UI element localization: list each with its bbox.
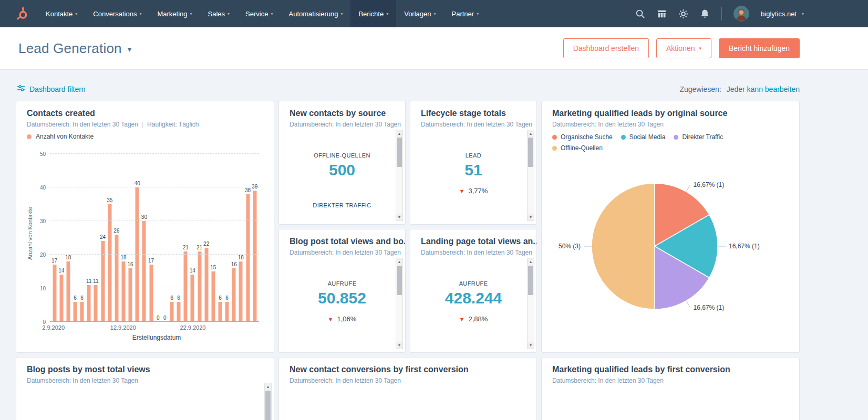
- bar-rect: [177, 302, 181, 322]
- add-report-button[interactable]: Bericht hinzufügen: [719, 38, 800, 58]
- bar-rect: [225, 302, 229, 322]
- bar[interactable]: 18: [65, 154, 71, 322]
- bar[interactable]: 14: [189, 154, 196, 322]
- scrollbar-track[interactable]: [528, 265, 534, 342]
- scrollbar-thumb[interactable]: [397, 266, 402, 295]
- bar[interactable]: 6: [175, 154, 182, 322]
- bar[interactable]: 6: [79, 154, 86, 322]
- bar[interactable]: 16: [127, 154, 134, 322]
- nav-item-conversations[interactable]: Conversations▾: [85, 0, 149, 27]
- scroll-up-button[interactable]: ▲: [528, 258, 534, 265]
- scroll-up-button[interactable]: ▲: [265, 383, 271, 390]
- bar[interactable]: 6: [224, 154, 231, 322]
- bar[interactable]: 21: [196, 154, 203, 322]
- bar-value-label: 16: [128, 261, 133, 267]
- assigned-permission-link[interactable]: Jeder kann bearbeiten: [727, 85, 800, 93]
- nav-item-vorlagen[interactable]: Vorlagen▾: [396, 0, 443, 27]
- nav-item-marketing[interactable]: Marketing▾: [149, 0, 200, 27]
- settings-icon[interactable]: [678, 9, 688, 19]
- nav-items: Kontakte▾Conversations▾Marketing▾Sales▾S…: [38, 0, 487, 27]
- bar-value-label: 21: [197, 245, 202, 250]
- notifications-icon[interactable]: [700, 9, 710, 19]
- dashboard-title-menu[interactable]: Lead Generation ▾: [18, 40, 131, 57]
- create-dashboard-button[interactable]: Dashboard erstellen: [563, 38, 649, 58]
- scrollbar-track[interactable]: [265, 390, 271, 420]
- bar[interactable]: 11: [86, 154, 92, 322]
- nav-item-label: Conversations: [93, 10, 137, 18]
- change-value: 3,77%: [469, 187, 488, 195]
- scroll-down-button[interactable]: ▼: [528, 342, 534, 349]
- bar[interactable]: 16: [231, 154, 237, 322]
- bar-value-label: 6: [74, 295, 77, 301]
- scrollbar[interactable]: ▲ ▼: [264, 383, 272, 420]
- nav-item-berichte[interactable]: Berichte▾: [350, 0, 396, 27]
- bar[interactable]: 15: [210, 154, 216, 322]
- bar-value-label: 30: [141, 214, 147, 220]
- scrollbar-thumb[interactable]: [528, 266, 533, 295]
- marketplace-icon[interactable]: [657, 9, 667, 19]
- scroll-down-button[interactable]: ▼: [396, 214, 402, 220]
- scroll-down-button[interactable]: ▼: [396, 342, 402, 349]
- bar[interactable]: 18: [237, 154, 244, 322]
- bar[interactable]: 30: [141, 154, 148, 322]
- metric-body: LEAD 51 ▼ 3,77%: [421, 128, 526, 195]
- legend-dot: [27, 134, 32, 139]
- scrollbar[interactable]: ▲ ▼: [527, 258, 534, 349]
- bar[interactable]: 24: [99, 154, 106, 322]
- bar-value-label: 6: [225, 295, 229, 301]
- bar[interactable]: 39: [251, 154, 258, 322]
- bar[interactable]: 6: [216, 154, 223, 322]
- bar-value-label: 24: [100, 234, 106, 240]
- bar[interactable]: 22: [203, 154, 210, 322]
- scrollbar-track[interactable]: [396, 265, 402, 342]
- nav-item-kontakte[interactable]: Kontakte▾: [38, 0, 85, 27]
- bar[interactable]: 18: [120, 154, 127, 322]
- bar[interactable]: 35: [106, 154, 113, 322]
- scrollbar[interactable]: ▲ ▼: [396, 258, 403, 349]
- card-new-contacts-by-source: New contacts by source Datumsbereich: In…: [278, 101, 406, 225]
- card-new-contact-conversions: New contact conversions by first convers…: [278, 357, 537, 420]
- metric-change: ▼ 3,77%: [421, 187, 526, 195]
- scrollbar-thumb[interactable]: [397, 138, 402, 167]
- pie-slice-label: 16,67% (1): [694, 304, 725, 311]
- bar[interactable]: 6: [168, 154, 175, 322]
- scroll-up-button[interactable]: ▲: [528, 130, 534, 137]
- nav-item-service[interactable]: Service▾: [237, 0, 281, 27]
- bar-value-label: 22: [203, 241, 209, 247]
- pie-slice[interactable]: [592, 183, 655, 309]
- bar[interactable]: 38: [244, 154, 251, 322]
- bar[interactable]: 40: [134, 154, 141, 322]
- actions-button[interactable]: Aktionen ▾: [656, 38, 711, 58]
- nav-item-automatisierung[interactable]: Automatisierung▾: [281, 0, 350, 27]
- bar[interactable]: 6: [71, 154, 78, 322]
- bar[interactable]: 14: [58, 154, 65, 322]
- pie-slice-label: 16,67% (1): [729, 243, 760, 250]
- bar[interactable]: 17: [51, 154, 58, 322]
- scrollbar[interactable]: ▲ ▼: [396, 130, 403, 221]
- scroll-up-button[interactable]: ▲: [396, 258, 402, 265]
- scrollbar-track[interactable]: [396, 137, 402, 214]
- scrollbar-thumb[interactable]: [265, 391, 271, 420]
- hubspot-logo[interactable]: [0, 0, 38, 27]
- bar[interactable]: 21: [182, 154, 189, 322]
- bar[interactable]: 0: [154, 154, 161, 322]
- scrollbar-thumb[interactable]: [528, 138, 533, 167]
- nav-item-partner[interactable]: Partner▾: [444, 0, 487, 27]
- card-blog-post-total-views: Blog post total views and bo... Datumsbe…: [278, 229, 406, 353]
- bar[interactable]: 26: [113, 154, 120, 322]
- metric-body: OFFLINE-QUELLEN 500 DIREKTER TRAFFIC: [290, 128, 395, 208]
- avatar[interactable]: [733, 6, 749, 22]
- legend-label: Organische Suche: [561, 133, 613, 141]
- dashboard-filter-button[interactable]: Dashboard filtern: [17, 84, 86, 94]
- scrollbar[interactable]: ▲ ▼: [527, 130, 534, 221]
- bar[interactable]: 0: [161, 154, 168, 322]
- account-menu[interactable]: biglytics.net: [761, 10, 797, 18]
- scrollbar-track[interactable]: [528, 137, 534, 214]
- page-title: Lead Generation: [18, 40, 122, 57]
- bar[interactable]: 17: [148, 154, 154, 322]
- nav-item-sales[interactable]: Sales▾: [200, 0, 238, 27]
- scroll-down-button[interactable]: ▼: [528, 214, 534, 220]
- search-icon[interactable]: [635, 9, 645, 19]
- scroll-up-button[interactable]: ▲: [396, 130, 402, 137]
- bar[interactable]: 11: [92, 154, 99, 322]
